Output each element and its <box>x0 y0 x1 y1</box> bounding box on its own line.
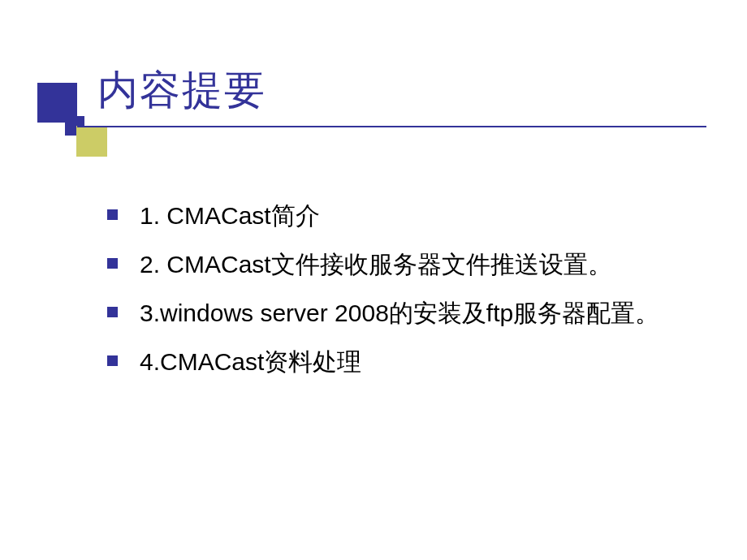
bullet-icon <box>107 258 118 269</box>
item-text: 3.windows server 2008的安装及ftp服务器配置。 <box>140 295 659 331</box>
list-item: 3.windows server 2008的安装及ftp服务器配置。 <box>107 295 690 331</box>
title-underline <box>77 126 706 127</box>
bullet-icon <box>107 209 118 220</box>
list-item: 2. CMACast文件接收服务器文件推送设置。 <box>107 246 690 282</box>
deco-square-medium <box>76 126 107 157</box>
list-item: 4.CMACast资料处理 <box>107 343 690 380</box>
slide-container: 内容提要 1. CMACast简介 2. CMACast文件接收服务器文件推送设… <box>0 0 747 560</box>
list-item: 1. CMACast简介 <box>107 197 690 234</box>
item-text: 4.CMACast资料处理 <box>140 343 361 380</box>
slide-title: 内容提要 <box>97 63 747 118</box>
bullet-icon <box>107 355 118 366</box>
content-list: 1. CMACast简介 2. CMACast文件接收服务器文件推送设置。 3.… <box>0 197 747 380</box>
item-text: 2. CMACast文件接收服务器文件推送设置。 <box>140 246 612 282</box>
title-section: 内容提要 <box>0 0 747 118</box>
bullet-icon <box>107 307 118 317</box>
item-text: 1. CMACast简介 <box>140 197 320 234</box>
